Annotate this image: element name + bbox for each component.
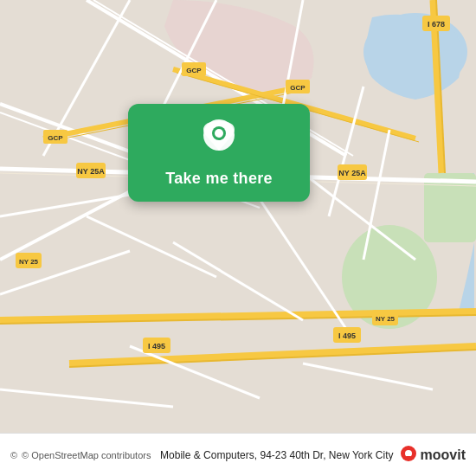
svg-text:NY 25A: NY 25A: [338, 169, 366, 177]
take-me-there-label: Take me there: [165, 170, 273, 188]
copyright-icon: ©: [10, 450, 17, 460]
svg-text:GCP: GCP: [186, 67, 202, 74]
svg-text:I 678: I 678: [428, 20, 445, 29]
svg-text:NY 25: NY 25: [19, 258, 39, 266]
take-me-there-button[interactable]: Take me there: [128, 104, 310, 202]
moovit-text: moovit: [421, 447, 466, 463]
svg-text:NY 25A: NY 25A: [77, 167, 105, 176]
footer-right: Mobile & Computers, 94-23 40th Dr, New Y…: [160, 446, 466, 465]
footer-bar: © © OpenStreetMap contributors Mobile & …: [0, 433, 476, 476]
footer-left: © © OpenStreetMap contributors: [10, 450, 151, 460]
svg-text:I 495: I 495: [148, 342, 165, 351]
svg-point-57: [215, 129, 223, 138]
svg-text:GCP: GCP: [290, 84, 306, 92]
svg-text:I 495: I 495: [338, 331, 356, 340]
location-pin-icon: [197, 119, 241, 163]
moovit-logo: moovit: [399, 446, 466, 465]
moovit-pin-icon: [399, 446, 418, 465]
map-container: NY 25A NY 25 I 495 I 495 GCP GCP GCP I 6…: [0, 0, 476, 433]
svg-point-59: [405, 450, 412, 457]
svg-text:GCP: GCP: [48, 134, 63, 142]
copyright-text: © OpenStreetMap contributors: [22, 450, 151, 460]
footer-address: Mobile & Computers, 94-23 40th Dr, New Y…: [160, 449, 393, 461]
svg-text:NY 25: NY 25: [376, 315, 396, 323]
